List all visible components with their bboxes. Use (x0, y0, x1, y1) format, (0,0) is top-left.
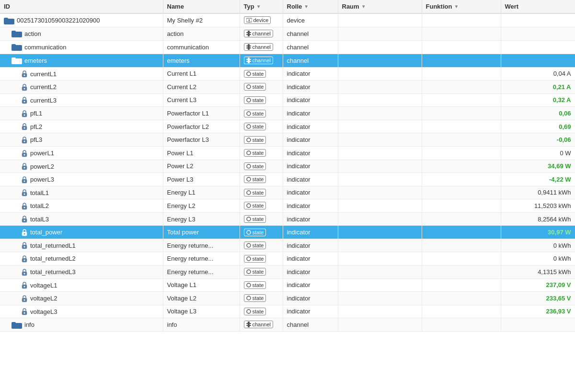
svg-point-36 (24, 140, 25, 142)
col-header-typ[interactable]: Typ ▼ (240, 0, 283, 13)
cell-id: totalL1 (0, 186, 163, 199)
svg-point-3 (248, 20, 250, 21)
table-row[interactable]: voltageL1Voltage L1 state indicator237,0… (0, 278, 575, 292)
svg-rect-12 (248, 44, 250, 50)
cell-typ: state (240, 160, 283, 173)
cell-wert (501, 13, 575, 27)
table-row[interactable]: voltageL3Voltage L3 state indicator236,9… (0, 305, 575, 318)
svg-point-22 (247, 72, 251, 76)
col-id-label: ID (4, 3, 10, 10)
rolle-text: indicator (287, 96, 310, 104)
table-row[interactable]: currentL1Current L1 state indicator0,04 … (0, 67, 575, 81)
table-row[interactable]: total_powerTotal power state indicator30… (0, 226, 575, 239)
col-funktion-label: Funktion (426, 3, 452, 10)
table-row[interactable]: emetersemeters channel channel (0, 54, 575, 67)
cell-id: voltageL2 (0, 292, 163, 305)
table-row[interactable]: voltageL2Voltage L2 state indicator233,6… (0, 292, 575, 305)
table-row[interactable]: pfL3Powerfactor L3 state indicator-0,06 (0, 133, 575, 147)
id-text: voltageL2 (30, 295, 57, 302)
rolle-text: indicator (287, 136, 310, 143)
rolle-text: indicator (287, 162, 310, 170)
table-row[interactable]: powerL3Power L3 state indicator-4,22 W (0, 173, 575, 186)
table-row[interactable]: currentL2Current L2 state indicator0,21 … (0, 81, 575, 94)
table-row[interactable]: 002517301059003221020900My Shelly #2 dev… (0, 13, 575, 27)
cell-name: communication (163, 40, 240, 54)
col-header-raum[interactable]: Raum ▼ (338, 0, 422, 13)
table-row[interactable]: totalL3Energy L3 state indicator8,2564 k… (0, 212, 575, 226)
cell-name: action (163, 27, 240, 40)
table-row[interactable]: totalL2Energy L2 state indicator11,5203 … (0, 199, 575, 213)
name-text: Powerfactor L1 (167, 110, 209, 117)
rolle-text: indicator (287, 308, 310, 315)
rolle-text: indicator (287, 110, 310, 117)
id-text: currentL2 (30, 83, 57, 91)
cell-rolle: indicator (283, 107, 338, 120)
rolle-text: indicator (287, 229, 310, 236)
cell-rolle: indicator (283, 278, 338, 292)
name-text: action (167, 30, 184, 37)
cell-wert: 233,65 V (501, 292, 575, 305)
svg-point-42 (24, 167, 25, 169)
id-text: voltageL1 (30, 282, 57, 289)
cell-raum (338, 305, 422, 318)
cell-funktion (422, 265, 501, 279)
svg-point-33 (24, 127, 25, 129)
name-text: Powerfactor L2 (167, 123, 209, 130)
cell-raum (338, 186, 422, 199)
id-text: communication (24, 44, 66, 51)
cell-id: voltageL1 (0, 278, 163, 292)
cell-raum (338, 107, 422, 120)
table-row[interactable]: pfL2Powerfactor L2 state indicator0,69 (0, 120, 575, 133)
svg-point-45 (24, 180, 25, 182)
svg-point-72 (24, 299, 25, 300)
table-row[interactable]: totalL1Energy L1 state indicator0,9411 k… (0, 186, 575, 199)
table-row[interactable]: total_returnedL2Energy returne... state … (0, 252, 575, 265)
cell-raum (338, 120, 422, 133)
cell-raum (338, 226, 422, 239)
svg-point-52 (247, 204, 251, 208)
cell-raum (338, 27, 422, 40)
cell-typ: state (240, 173, 283, 186)
name-text: Energy L2 (167, 202, 196, 209)
name-text: Energy returne... (167, 255, 214, 262)
cell-id: currentL1 (0, 67, 163, 81)
col-raum-label: Raum (342, 3, 359, 10)
table-row[interactable]: powerL1Power L1 state indicator0 W (0, 146, 575, 160)
table-row[interactable]: powerL2Power L2 state indicator34,69 W (0, 160, 575, 173)
cell-name: Power L2 (163, 160, 240, 173)
rolle-text: indicator (287, 255, 310, 262)
table-row[interactable]: total_returnedL1Energy returne... state … (0, 239, 575, 252)
cell-rolle: indicator (283, 226, 338, 239)
rolle-text: indicator (287, 70, 310, 77)
table-row[interactable]: pfL1Powerfactor L1 state indicator0,06 (0, 107, 575, 120)
cell-funktion (422, 27, 501, 40)
id-text: total_returnedL2 (30, 255, 76, 263)
id-text: action (24, 30, 41, 37)
cell-rolle: device (283, 13, 338, 27)
table-row[interactable]: infoinfo channel channel (0, 318, 575, 332)
table-row[interactable]: actionaction channel channel (0, 27, 575, 40)
svg-point-63 (24, 260, 25, 261)
col-header-funktion[interactable]: Funktion ▼ (422, 0, 501, 13)
svg-rect-13 (246, 46, 251, 46)
rolle-text: indicator (287, 83, 310, 91)
table-row[interactable]: communicationcommunication channel chann… (0, 40, 575, 54)
name-text: Energy returne... (167, 268, 214, 276)
cell-name: Powerfactor L1 (163, 107, 240, 120)
col-header-rolle[interactable]: Rolle ▼ (283, 0, 338, 13)
wert-text: 0,32 A (553, 96, 571, 104)
wert-text: 30,97 W (548, 229, 571, 236)
cell-rolle: channel (283, 318, 338, 332)
id-text: totalL2 (30, 202, 49, 209)
svg-point-55 (247, 217, 251, 221)
svg-rect-9 (246, 34, 251, 35)
id-text: emeters (24, 57, 47, 64)
table-row[interactable]: total_returnedL3Energy returne... state … (0, 265, 575, 279)
rolle-text: indicator (287, 242, 310, 249)
table-row[interactable]: currentL3Current L3 state indicator0,32 … (0, 93, 575, 107)
cell-rolle: indicator (283, 252, 338, 265)
svg-point-64 (247, 257, 251, 261)
svg-point-66 (24, 273, 25, 274)
wert-text: 34,69 W (548, 162, 571, 170)
cell-wert: 11,5203 kWh (501, 199, 575, 213)
